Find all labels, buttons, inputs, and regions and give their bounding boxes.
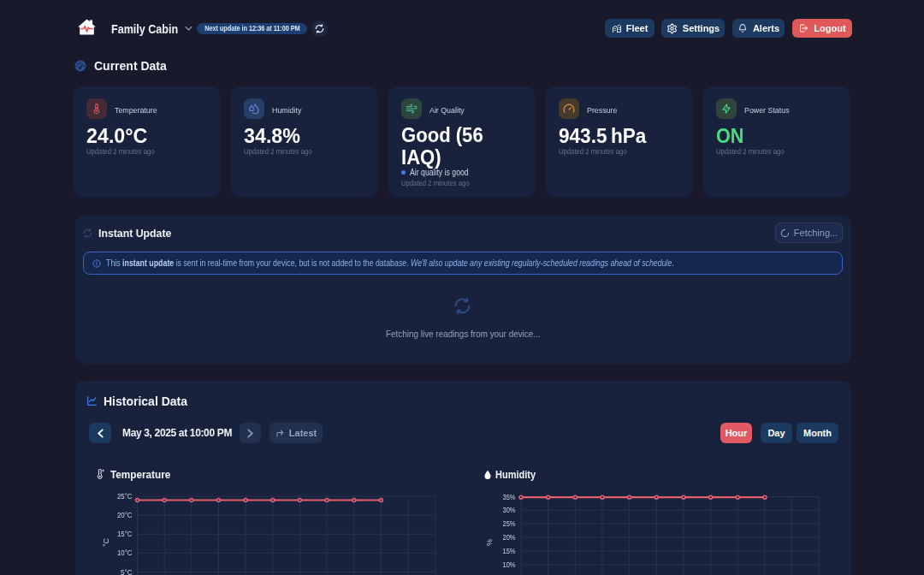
svg-text:5°C: 5°C xyxy=(121,568,133,575)
svg-text:10°C: 10°C xyxy=(117,548,133,557)
svg-text:15°C: 15°C xyxy=(117,530,133,538)
svg-text:35%: 35% xyxy=(503,493,516,501)
svg-text:20°C: 20°C xyxy=(117,511,133,519)
svg-text:25°C: 25°C xyxy=(117,492,133,501)
svg-text:°C: °C xyxy=(102,537,110,547)
svg-text:30%: 30% xyxy=(503,506,516,514)
svg-text:15%: 15% xyxy=(503,547,516,555)
svg-text:%: % xyxy=(485,539,494,546)
svg-text:25%: 25% xyxy=(503,519,516,528)
svg-text:10%: 10% xyxy=(503,560,516,569)
svg-text:20%: 20% xyxy=(503,533,516,542)
